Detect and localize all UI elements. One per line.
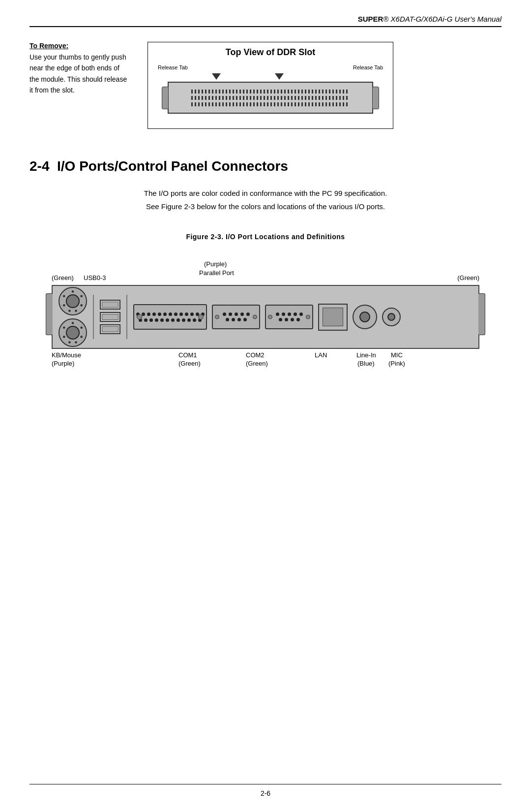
mouse-port: [59, 318, 87, 347]
com2-screw-left: [268, 315, 272, 319]
svg-point-13: [75, 341, 77, 344]
ddr-diagram-content: Release Tab Release Tab: [158, 64, 383, 119]
port-panel: [52, 285, 479, 349]
svg-point-7: [72, 322, 74, 324]
label-purple-bottom: (Purple): [52, 360, 74, 368]
label-green-kb: (Green): [52, 274, 74, 282]
slot-right-ear: [372, 87, 379, 109]
parallel-pins-top: [136, 312, 205, 316]
svg-point-2: [63, 295, 65, 297]
label-blue: (Blue): [357, 360, 375, 368]
label-green-right: (Green): [457, 274, 479, 282]
com1-pins-top: [223, 312, 250, 316]
label-usb0-3: USB0-3: [84, 274, 106, 282]
page-container: SUPER® X6DAT-G/X6DAi-G User's Manual To …: [0, 0, 531, 812]
kb-port: [59, 287, 87, 315]
lan-port: [318, 304, 348, 331]
label-com1: COM1: [178, 351, 197, 360]
chapter-body-line1: The I/O ports are color coded in conform…: [30, 187, 502, 200]
to-remove-label: To Remove:: [30, 42, 128, 50]
svg-point-4: [63, 304, 65, 307]
mouse-port-dots: [59, 319, 86, 346]
label-purple-parallel: (Purple): [204, 260, 227, 269]
bottom-labels-row: KB/Mouse (Purple) COM1 (Green) COM2 (Gre…: [52, 349, 479, 383]
parallel-screw-left: [137, 314, 142, 320]
svg-point-5: [68, 310, 71, 312]
chapter-body-line2: See Figure 2-3 below for the colors and …: [30, 200, 502, 213]
com2-pins-top: [276, 312, 303, 316]
label-green-com1: (Green): [178, 360, 201, 368]
divider-1: [93, 295, 94, 339]
pin-row-3: [191, 102, 350, 106]
top-labels-row: (Green) USB0-3 (Purple) Parallel Port (G…: [52, 255, 479, 285]
slot-pins: [184, 87, 357, 109]
page-number: 2-6: [261, 789, 270, 797]
com1-pins-bottom: [226, 318, 247, 321]
com1-screw-left: [215, 315, 219, 319]
com2-port: [265, 305, 313, 329]
panel-right-ear: [478, 293, 485, 335]
ddr-slot-body: [168, 82, 373, 114]
com1-screw-right: [253, 315, 257, 319]
kb-mouse-ports: [59, 287, 87, 347]
chapter-title: I/O Ports/Control Panel Connectors: [57, 158, 288, 174]
brand-name: SUPER: [358, 15, 384, 23]
svg-point-11: [63, 336, 65, 338]
release-tab-right-label: Release Tab: [353, 64, 383, 70]
label-pink: (Pink): [388, 360, 405, 368]
svg-point-12: [68, 341, 71, 344]
ddr-slot-diagram: Top View of DDR Slot Release Tab Release…: [148, 42, 393, 129]
release-tab-left-label: Release Tab: [158, 64, 188, 70]
svg-point-8: [80, 326, 83, 329]
page-footer: 2-6: [30, 784, 502, 797]
brand-symbol: ®: [383, 15, 388, 23]
svg-point-1: [80, 295, 83, 297]
label-parallel-port: Parallel Port: [199, 269, 234, 278]
figure-section: Figure 2-3. I/O Port Locations and Defin…: [30, 233, 502, 383]
label-green-com2: (Green): [246, 360, 268, 368]
label-lan: LAN: [315, 351, 327, 360]
parallel-screw-right: [198, 314, 204, 320]
label-mic: MIC: [391, 351, 403, 360]
lan-inner: [323, 308, 343, 326]
to-remove-text-block: To Remove: Use your thumbs to gently pus…: [30, 42, 128, 96]
usb-ports: [100, 300, 120, 334]
svg-point-9: [63, 326, 65, 329]
svg-point-0: [72, 290, 74, 293]
mic-port-col: [382, 308, 401, 326]
parallel-port: [133, 304, 207, 330]
arrow-right: [275, 73, 284, 80]
io-diagram-wrapper: (Green) USB0-3 (Purple) Parallel Port (G…: [52, 255, 479, 383]
panel-left-ear: [46, 293, 53, 335]
ddr-diagram-title: Top View of DDR Slot: [158, 47, 383, 58]
arrow-left: [212, 73, 221, 80]
label-kb-mouse: KB/Mouse: [52, 351, 81, 360]
header-title: SUPER® X6DAT-G/X6DAi-G User's Manual: [358, 15, 502, 23]
manual-title: X6DAT-G/X6DAi-G User's Manual: [391, 15, 502, 23]
svg-point-6: [75, 310, 77, 312]
parallel-pins-bottom: [139, 318, 202, 322]
com1-port: [212, 305, 260, 329]
figure-caption: Figure 2-3. I/O Port Locations and Defin…: [186, 233, 345, 241]
svg-point-10: [80, 336, 83, 338]
com2-pins-bottom: [279, 318, 300, 321]
linein-inner: [359, 312, 370, 322]
ddr-arrows: [212, 73, 284, 80]
slot-left-ear: [162, 87, 169, 109]
usb-port-0: [100, 300, 120, 310]
page-header: SUPER® X6DAT-G/X6DAi-G User's Manual: [30, 15, 502, 27]
linein-port: [353, 305, 377, 329]
to-remove-body: Use your thumbs to gently push near the …: [30, 52, 128, 96]
audio-ports: [353, 305, 377, 329]
com2-screw-right: [306, 315, 310, 319]
chapter-number: 2-4: [30, 158, 49, 174]
divider-2: [126, 295, 127, 339]
mic-inner: [387, 313, 395, 321]
chapter-heading: 2-4 I/O Ports/Control Panel Connectors: [30, 158, 502, 174]
label-com2: COM2: [246, 351, 265, 360]
pin-row-1: [191, 90, 350, 94]
chapter-body: The I/O ports are color coded in conform…: [30, 187, 502, 213]
pin-row-2: [191, 96, 350, 100]
to-remove-section: To Remove: Use your thumbs to gently pus…: [30, 42, 502, 129]
svg-point-3: [80, 304, 83, 307]
